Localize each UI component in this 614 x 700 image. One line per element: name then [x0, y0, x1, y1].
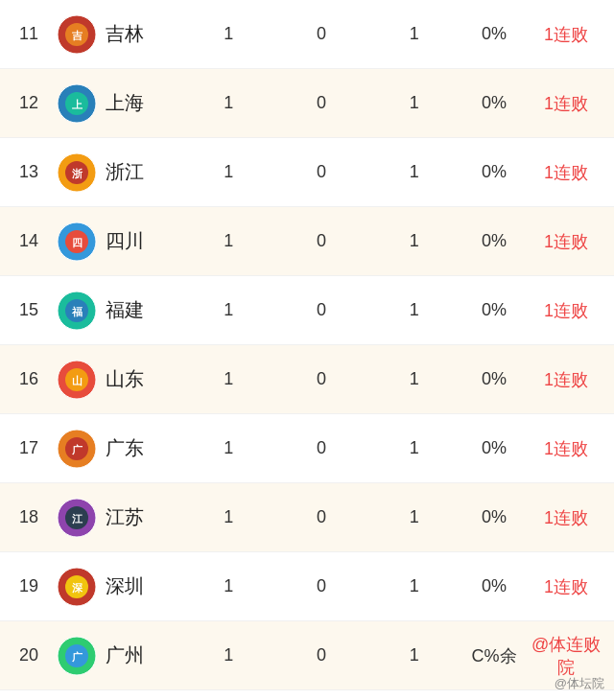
svg-text:深: 深	[72, 582, 83, 594]
streak: 1连败	[528, 368, 604, 391]
svg-text:上: 上	[72, 99, 83, 110]
table-row: 20广广州101C%余@体连败院	[0, 621, 614, 690]
table-row: 17广广东1010%1连败	[0, 414, 614, 483]
losses: 1	[367, 645, 460, 665]
losses: 1	[367, 369, 460, 389]
standings-table: 11吉吉林1010%1连败12上上海1010%1连败13浙浙江1010%1连败1…	[0, 0, 614, 700]
table-row: 12上上海1010%1连败	[0, 69, 614, 138]
losses: 1	[367, 24, 460, 44]
wins: 0	[275, 93, 368, 113]
table-row: 19深深圳1010%1连败	[0, 552, 614, 621]
losses: 1	[367, 162, 460, 182]
svg-text:四: 四	[72, 237, 83, 248]
games-played: 1	[182, 369, 275, 389]
rank-cell: 14	[10, 231, 48, 251]
rank-cell: 19	[10, 576, 48, 596]
table-row: 15福福建1010%1连败	[0, 276, 614, 345]
win-pct: 0%	[460, 24, 528, 44]
table-row: 18江江苏1010%1连败	[0, 483, 614, 552]
team-name: 吉林	[106, 21, 182, 47]
team-name: 福建	[106, 297, 182, 323]
losses: 1	[367, 231, 460, 251]
win-pct: 0%	[460, 369, 528, 389]
wins: 0	[275, 231, 368, 251]
rank-cell: 13	[10, 162, 48, 182]
svg-text:江: 江	[72, 513, 83, 525]
team-logo: 山	[48, 359, 106, 401]
rank-cell: 20	[10, 645, 48, 665]
win-pct: 0%	[460, 231, 528, 251]
games-played: 1	[182, 576, 275, 596]
svg-text:吉: 吉	[72, 30, 83, 41]
team-name: 四川	[106, 228, 182, 254]
win-pct: C%余	[460, 644, 528, 667]
streak: 1连败	[528, 230, 604, 253]
streak: 1连败	[528, 161, 604, 184]
streak: 1连败	[528, 575, 604, 598]
svg-text:广: 广	[71, 651, 83, 663]
rank-cell: 16	[10, 369, 48, 389]
games-played: 1	[182, 438, 275, 458]
streak: 1连败	[528, 299, 604, 322]
losses: 1	[367, 300, 460, 320]
team-name: 江苏	[106, 504, 182, 530]
games-played: 1	[182, 507, 275, 527]
games-played: 1	[182, 93, 275, 113]
team-name: 广东	[106, 435, 182, 461]
games-played: 1	[182, 645, 275, 665]
team-logo: 广	[48, 428, 106, 470]
streak: 1连败	[528, 92, 604, 115]
team-name: 浙江	[106, 159, 182, 185]
win-pct: 0%	[460, 93, 528, 113]
streak: 1连败	[528, 506, 604, 529]
table-row: 14四四川1010%1连败	[0, 207, 614, 276]
win-pct: 0%	[460, 300, 528, 320]
table-row: 16山山东1010%1连败	[0, 345, 614, 414]
streak: 1连败	[528, 23, 604, 46]
games-played: 1	[182, 24, 275, 44]
watermark: @体坛院	[555, 675, 604, 692]
wins: 0	[275, 369, 368, 389]
win-pct: 0%	[460, 507, 528, 527]
svg-text:浙: 浙	[72, 168, 83, 179]
team-name: 广州	[106, 642, 182, 668]
games-played: 1	[182, 231, 275, 251]
wins: 0	[275, 300, 368, 320]
win-pct: 0%	[460, 162, 528, 182]
table-row: 13浙浙江1010%1连败	[0, 138, 614, 207]
svg-text:广: 广	[71, 444, 83, 455]
win-pct: 0%	[460, 438, 528, 458]
team-logo: 吉	[48, 13, 106, 56]
team-logo: 江	[48, 497, 106, 539]
wins: 0	[275, 438, 368, 458]
losses: 1	[367, 576, 460, 596]
team-logo: 广	[48, 635, 106, 677]
team-logo: 四	[48, 221, 106, 263]
table-row: 11吉吉林1010%1连败	[0, 0, 614, 69]
losses: 1	[367, 93, 460, 113]
rank-cell: 18	[10, 507, 48, 527]
games-played: 1	[182, 162, 275, 182]
rank-cell: 17	[10, 438, 48, 458]
rank-cell: 15	[10, 300, 48, 320]
team-logo: 上	[48, 82, 106, 125]
wins: 0	[275, 576, 368, 596]
streak: @体连败院	[528, 633, 604, 679]
team-logo: 福	[48, 290, 106, 332]
team-logo: 深	[48, 566, 106, 608]
team-name: 山东	[106, 366, 182, 392]
team-logo: 浙	[48, 152, 106, 194]
wins: 0	[275, 24, 368, 44]
svg-text:福: 福	[71, 306, 83, 317]
wins: 0	[275, 645, 368, 665]
losses: 1	[367, 438, 460, 458]
svg-text:山: 山	[72, 375, 83, 386]
rank-cell: 11	[10, 24, 48, 44]
streak: 1连败	[528, 437, 604, 460]
wins: 0	[275, 162, 368, 182]
rank-cell: 12	[10, 93, 48, 113]
wins: 0	[275, 507, 368, 527]
games-played: 1	[182, 300, 275, 320]
losses: 1	[367, 507, 460, 527]
team-name: 深圳	[106, 573, 182, 599]
